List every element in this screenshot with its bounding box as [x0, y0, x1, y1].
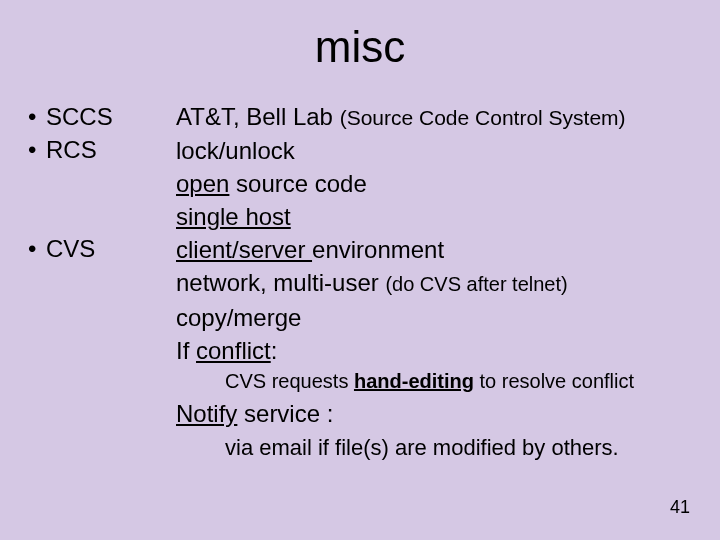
text-underline: single host: [176, 203, 291, 230]
text-underline: client/server: [176, 236, 312, 263]
line-conflict: If conflict:: [176, 334, 706, 367]
text: AT&T, Bell Lab: [176, 103, 340, 130]
text-underline: open: [176, 170, 229, 197]
text: CVS requests: [225, 370, 354, 392]
bullet-dot: •: [28, 133, 46, 166]
text-underline: Notify: [176, 400, 237, 427]
text-underline: hand-editing: [354, 370, 474, 392]
text: :: [271, 337, 278, 364]
text-paren: (Source Code Control System): [340, 106, 626, 129]
bullet-sccs: • SCCS: [28, 100, 164, 133]
text-paren: (do CVS after telnet): [385, 273, 567, 295]
line-open: open source code: [176, 167, 706, 200]
bullet-empty: [28, 166, 164, 199]
bullet-rcs: • RCS: [28, 133, 164, 166]
slide: misc • SCCS • RCS • CVS AT&T, Bell Lab (…: [0, 0, 720, 540]
text: If: [176, 337, 196, 364]
text: service :: [237, 400, 333, 427]
notify-sub: via email if file(s) are modified by oth…: [225, 435, 619, 461]
line-sccs-desc: AT&T, Bell Lab (Source Code Control Syst…: [176, 100, 706, 134]
bullet-dot: •: [28, 100, 46, 133]
bullet-dot: •: [28, 232, 46, 265]
text: environment: [312, 236, 444, 263]
left-column: • SCCS • RCS • CVS: [28, 100, 164, 265]
text: source code: [229, 170, 366, 197]
line-lock: lock/unlock: [176, 134, 706, 167]
text-underline: conflict: [196, 337, 271, 364]
bullet-cvs: • CVS: [28, 232, 164, 265]
line-clientserver: client/server environment: [176, 233, 706, 266]
bullet-empty: [28, 199, 164, 232]
bullet-label: [46, 199, 53, 232]
bullet-label: SCCS: [46, 100, 113, 133]
page-number: 41: [670, 497, 690, 518]
line-copymerge: copy/merge: [176, 301, 706, 334]
bullet-label: RCS: [46, 133, 97, 166]
bullet-label: [46, 166, 53, 199]
right-column: AT&T, Bell Lab (Source Code Control Syst…: [176, 100, 706, 367]
slide-title: misc: [0, 22, 720, 72]
cvs-conflict-note: CVS requests hand-editing to resolve con…: [225, 370, 634, 393]
line-singlehost: single host: [176, 200, 706, 233]
bullet-label: CVS: [46, 232, 95, 265]
text: to resolve conflict: [474, 370, 634, 392]
notify-line: Notify service :: [176, 400, 333, 428]
text: network, multi-user: [176, 269, 385, 296]
line-network: network, multi-user (do CVS after telnet…: [176, 266, 706, 301]
